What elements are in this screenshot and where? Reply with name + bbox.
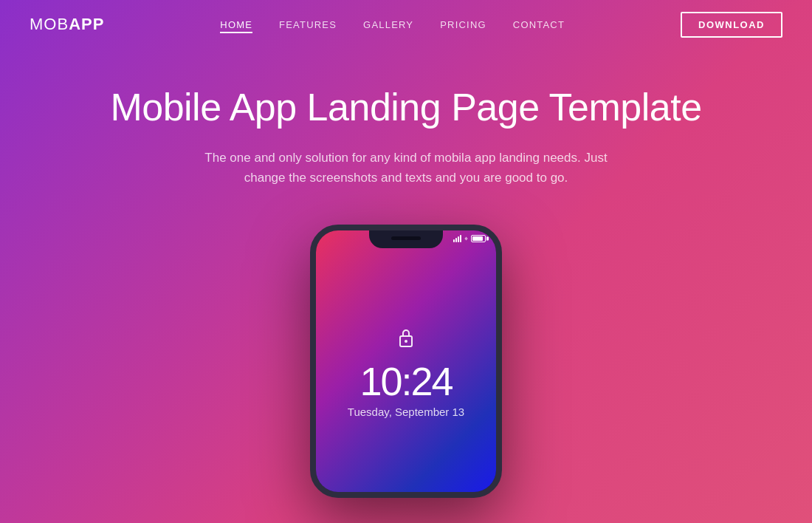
status-bar: ⌖ [453, 235, 486, 242]
nav-links: HOME FEATURES GALLERY PRICING CONTACT [220, 18, 565, 31]
hero-section: Mobile App Landing Page Template The one… [0, 49, 812, 498]
svg-point-1 [405, 340, 407, 343]
signal-bar-1 [453, 239, 455, 242]
lock-icon [397, 327, 415, 352]
phone-speaker [391, 236, 421, 240]
signal-bar-3 [458, 236, 459, 242]
download-button[interactable]: DOWNLOAD [681, 12, 782, 38]
nav-link-contact[interactable]: CONTACT [513, 19, 565, 30]
navbar: MOBAPP HOME FEATURES GALLERY PRICING CON… [0, 0, 812, 49]
phone-date: Tuesday, September 13 [348, 406, 464, 418]
nav-link-pricing[interactable]: PRICING [440, 19, 486, 30]
signal-icon [453, 235, 461, 242]
brand-name-light: MOB [30, 15, 69, 33]
hero-subtitle: The one and only solution for any kind o… [185, 148, 627, 188]
nav-link-home[interactable]: HOME [220, 19, 252, 33]
hero-title: Mobile App Landing Page Template [0, 86, 812, 130]
nav-item-features[interactable]: FEATURES [279, 18, 337, 31]
page-wrapper: MOBAPP HOME FEATURES GALLERY PRICING CON… [0, 0, 812, 523]
phone-time: 10:24 [359, 361, 452, 401]
phone-container: ⌖ 10:24 [0, 225, 812, 498]
battery-icon [471, 235, 486, 242]
nav-link-gallery[interactable]: GALLERY [363, 19, 413, 30]
nav-link-features[interactable]: FEATURES [279, 19, 337, 30]
phone-screen: ⌖ 10:24 [316, 230, 496, 492]
signal-bar-4 [460, 235, 461, 242]
signal-bar-2 [455, 238, 457, 242]
wifi-icon: ⌖ [464, 236, 468, 242]
nav-item-home[interactable]: HOME [220, 18, 252, 31]
nav-item-gallery[interactable]: GALLERY [363, 18, 413, 31]
phone-notch [369, 230, 443, 248]
nav-item-contact[interactable]: CONTACT [513, 18, 565, 31]
brand-logo[interactable]: MOBAPP [30, 15, 104, 34]
brand-name-bold: APP [69, 15, 104, 33]
battery-fill [472, 236, 483, 241]
phone-mockup: ⌖ 10:24 [310, 225, 502, 498]
nav-item-pricing[interactable]: PRICING [440, 18, 486, 31]
